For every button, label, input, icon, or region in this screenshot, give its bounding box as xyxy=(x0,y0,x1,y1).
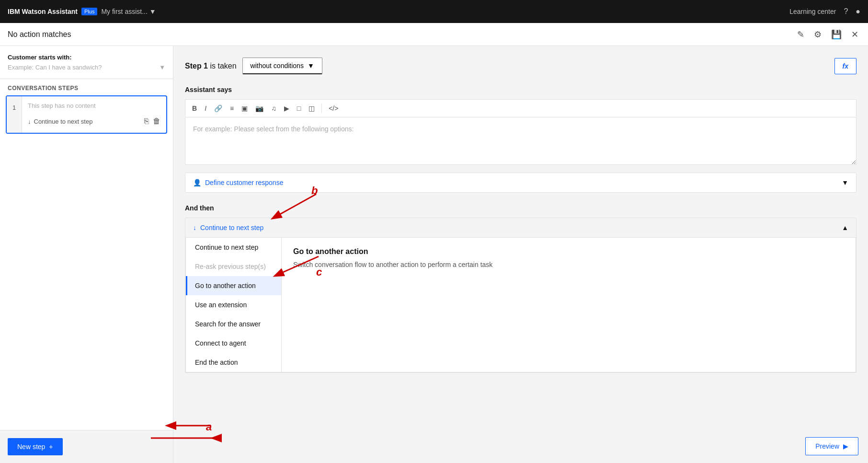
customer-starts-section: Customer starts with: Example: Can I hav… xyxy=(0,46,173,79)
step-continue: ↓ Continue to next step xyxy=(28,118,92,125)
step-content: This step has no content ↓ Continue to n… xyxy=(22,96,166,133)
video-button[interactable]: ▶ xyxy=(281,103,292,114)
project-selector[interactable]: My first assist... ▼ xyxy=(101,8,156,15)
audio-button[interactable]: ♫ xyxy=(268,103,279,114)
code-button[interactable]: </> xyxy=(326,103,341,114)
sidebar-bottom: New step + xyxy=(0,430,173,463)
toolbar-divider xyxy=(321,104,322,113)
preview-button[interactable]: Preview ▶ xyxy=(805,437,858,455)
sidebar: Customer starts with: Example: Can I hav… xyxy=(0,46,173,463)
dropdown-detail-title: Go to another action xyxy=(293,247,844,256)
dropdown-item-1: Re-ask previous step(s) xyxy=(186,257,281,276)
conditions-label: without conditions xyxy=(251,62,304,69)
new-step-button[interactable]: New step + xyxy=(8,438,63,455)
link-button[interactable]: 🔗 xyxy=(211,103,225,114)
italic-button[interactable]: I xyxy=(202,103,209,114)
learning-center-link[interactable]: Learning center xyxy=(789,8,836,15)
and-then-selected-left: ↓ Continue to next step xyxy=(193,224,263,232)
dropdown-container: Continue to next stepRe-ask previous ste… xyxy=(185,237,856,372)
table-button[interactable]: ◫ xyxy=(306,103,318,114)
and-then-selected[interactable]: ↓ Continue to next step ▲ xyxy=(185,218,856,237)
step-header: Step 1 is taken without conditions ▼ fx xyxy=(185,58,857,74)
and-then-label: And then xyxy=(185,204,857,212)
bold-button[interactable]: B xyxy=(189,103,200,114)
list-button[interactable]: ≡ xyxy=(227,103,237,114)
preview-label: Preview xyxy=(815,442,839,450)
fx-button[interactable]: fx xyxy=(834,58,857,74)
customer-starts-input[interactable]: Example: Can I have a sandwich? ▼ xyxy=(8,64,165,71)
new-step-label: New step xyxy=(17,443,45,451)
person-icon: 👤 xyxy=(193,179,201,186)
save-icon[interactable]: 💾 xyxy=(829,27,844,42)
copy-step-button[interactable]: ⎘ xyxy=(144,117,149,126)
define-response-row[interactable]: 👤 Define customer response ▼ xyxy=(185,173,857,193)
nav-right: Learning center ? ● xyxy=(789,7,860,16)
chevron-down-icon: ▼ xyxy=(149,8,156,15)
help-icon[interactable]: ? xyxy=(844,7,848,16)
iframe-button[interactable]: □ xyxy=(294,103,304,114)
conversation-steps-label: Conversation steps xyxy=(0,79,173,95)
arrow-a xyxy=(173,411,216,440)
options-button[interactable]: ▣ xyxy=(239,103,251,114)
arrow-down-icon: ↓ xyxy=(193,224,196,232)
edit-icon[interactable]: ✎ xyxy=(795,27,806,42)
dropdown-item-6[interactable]: End the action xyxy=(186,353,281,372)
play-icon: ▶ xyxy=(843,442,848,450)
top-navigation: IBM Watson Assistant Plus My first assis… xyxy=(0,0,868,23)
dropdown-item-2[interactable]: Go to another action xyxy=(186,276,281,295)
subheader-actions: ✎ ⚙ 💾 ✕ xyxy=(795,27,860,42)
chevron-up-icon: ▲ xyxy=(842,224,848,232)
preview-section: Preview ▶ xyxy=(805,437,858,455)
step-actions: ⎘ 🗑 xyxy=(144,117,160,126)
step-number: 1 xyxy=(7,96,22,133)
editor-area[interactable]: For example: Please select from the foll… xyxy=(185,117,857,165)
page-title: No action matches xyxy=(8,30,71,39)
step-1-item[interactable]: 1 This step has no content ↓ Continue to… xyxy=(6,95,167,134)
dropdown-item-5[interactable]: Connect to agent xyxy=(186,334,281,353)
settings-icon[interactable]: ⚙ xyxy=(812,27,823,42)
project-name: My first assist... xyxy=(101,8,147,15)
nav-left: IBM Watson Assistant Plus My first assis… xyxy=(8,8,156,15)
image-button[interactable]: 📷 xyxy=(252,103,266,114)
continue-label: Continue to next step xyxy=(34,118,93,125)
editor-placeholder: For example: Please select from the foll… xyxy=(193,125,354,133)
brand-name: IBM Watson Assistant xyxy=(8,8,78,15)
main-layout: Customer starts with: Example: Can I hav… xyxy=(0,46,868,463)
define-response-left: 👤 Define customer response xyxy=(193,179,283,186)
annotation-a: a xyxy=(206,421,212,433)
step-no-content-label: This step has no content xyxy=(28,102,160,109)
dropdown-list: Continue to next stepRe-ask previous ste… xyxy=(186,238,282,372)
selected-option-label: Continue to next step xyxy=(200,224,263,232)
step-header-left: Step 1 is taken without conditions ▼ xyxy=(185,58,322,74)
user-avatar[interactable]: ● xyxy=(856,7,860,16)
subheader: No action matches ✎ ⚙ 💾 ✕ xyxy=(0,23,868,46)
dropdown-item-4[interactable]: Search for the answer xyxy=(186,314,281,334)
editor-toolbar: B I 🔗 ≡ ▣ 📷 ♫ ▶ □ ◫ </> xyxy=(185,99,857,117)
chevron-down-icon: ▼ xyxy=(842,179,848,186)
step-footer: ↓ Continue to next step ⎘ 🗑 xyxy=(28,117,160,126)
delete-step-button[interactable]: 🗑 xyxy=(153,117,160,126)
customer-starts-placeholder: Example: Can I have a sandwich? xyxy=(8,64,102,71)
and-then-dropdown: ↓ Continue to next step ▲ Continue to ne… xyxy=(185,218,857,373)
arrow-down-icon: ↓ xyxy=(28,118,31,125)
plan-badge: Plus xyxy=(81,8,97,15)
chevron-down-icon: ▼ xyxy=(159,64,165,71)
dropdown-item-3[interactable]: Use an extension xyxy=(186,295,281,314)
dropdown-item-0[interactable]: Continue to next step xyxy=(186,238,281,257)
chevron-down-icon: ▼ xyxy=(308,62,314,69)
step-taken-label: Step 1 is taken xyxy=(185,62,237,70)
close-icon[interactable]: ✕ xyxy=(849,27,860,42)
customer-starts-label: Customer starts with: xyxy=(8,54,165,61)
conditions-button[interactable]: without conditions ▼ xyxy=(242,58,322,74)
content-area: Step 1 is taken without conditions ▼ fx … xyxy=(173,46,868,463)
assistant-says-label: Assistant says xyxy=(185,86,857,93)
dropdown-detail: Go to another action Switch conversation… xyxy=(282,238,856,372)
define-response-label: Define customer response xyxy=(205,179,283,186)
dropdown-detail-desc: Switch conversation flow to another acti… xyxy=(293,260,844,270)
plus-icon: + xyxy=(49,443,53,451)
